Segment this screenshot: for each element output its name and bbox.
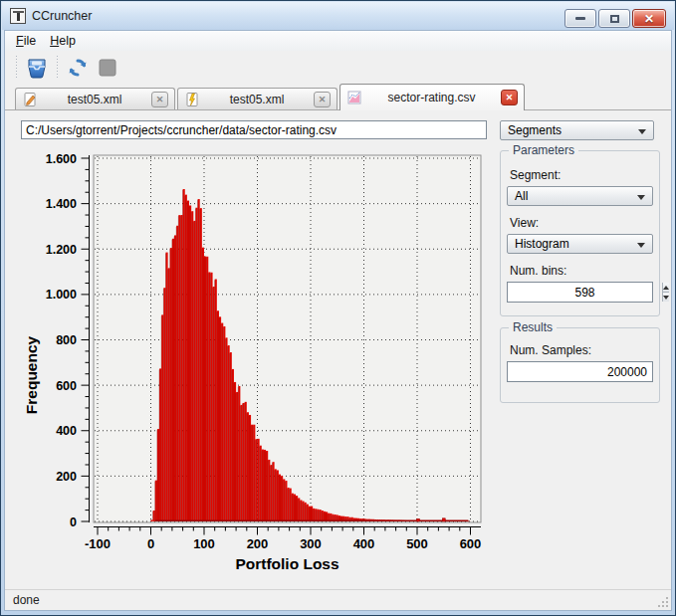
resize-grip[interactable] bbox=[657, 596, 669, 608]
num-bins-label: Num. bins: bbox=[510, 264, 566, 278]
minimize-icon bbox=[575, 17, 585, 20]
x-axis-title: Portfolio Loss bbox=[235, 555, 338, 572]
app-icon bbox=[10, 8, 26, 24]
tab-content-pane: Segments Parameters Segment: All View: H… bbox=[5, 110, 671, 591]
spin-down-icon[interactable] bbox=[663, 293, 669, 302]
plot-canvas bbox=[94, 155, 481, 522]
svg-text:1.400: 1.400 bbox=[46, 197, 77, 211]
chevron-down-icon bbox=[638, 129, 646, 134]
toolbar-separator bbox=[56, 56, 59, 80]
file-path-input[interactable] bbox=[21, 120, 487, 139]
chevron-down-icon bbox=[637, 243, 645, 248]
outlier-bar bbox=[417, 518, 420, 521]
view-mode-value: Segments bbox=[508, 123, 562, 137]
num-bins-spinner[interactable] bbox=[507, 282, 653, 303]
num-samples-field bbox=[507, 361, 653, 382]
tab-sector-rating-csv[interactable]: sector-rating.csv ✕ bbox=[339, 84, 525, 110]
maximize-icon bbox=[610, 15, 619, 23]
histogram-chart[interactable]: 02004006008001.0001.2001.4001.600-100010… bbox=[21, 148, 489, 583]
y-tick-labels: 02004006008001.0001.2001.4001.600 bbox=[46, 152, 77, 529]
svg-text:1.200: 1.200 bbox=[46, 243, 77, 257]
menu-bar: File Help bbox=[5, 31, 671, 51]
segment-combobox[interactable]: All bbox=[507, 186, 653, 206]
save-button[interactable] bbox=[22, 54, 52, 82]
segment-label: Segment: bbox=[510, 168, 561, 182]
app-client-area: File Help bbox=[4, 30, 672, 611]
menu-help[interactable]: Help bbox=[43, 32, 83, 50]
save-icon bbox=[25, 56, 49, 80]
title-bar[interactable]: CCruncher ✕ bbox=[2, 2, 674, 30]
svg-text:600: 600 bbox=[56, 379, 77, 393]
status-text: done bbox=[13, 593, 40, 607]
svg-text:-100: -100 bbox=[85, 536, 111, 551]
tab-label: sector-rating.csv bbox=[362, 91, 501, 104]
view-combobox[interactable]: Histogram bbox=[507, 234, 653, 254]
tab-bar: test05.xml ✕ test05.xml ✕ sector-rating.… bbox=[5, 84, 671, 110]
close-icon: ✕ bbox=[644, 12, 654, 26]
svg-text:600: 600 bbox=[460, 536, 482, 551]
results-group-title: Results bbox=[509, 320, 557, 334]
close-button[interactable]: ✕ bbox=[632, 9, 666, 28]
svg-text:100: 100 bbox=[193, 536, 215, 551]
svg-text:400: 400 bbox=[353, 536, 375, 551]
tab-test05-xml-editor[interactable]: test05.xml ✕ bbox=[15, 88, 175, 110]
window-title: CCruncher bbox=[32, 9, 92, 23]
outlier-bar bbox=[442, 518, 445, 521]
num-samples-label: Num. Samples: bbox=[510, 343, 591, 357]
status-bar: done bbox=[5, 589, 671, 610]
chart-svg: 02004006008001.0001.2001.4001.600-100010… bbox=[21, 148, 489, 583]
tab-test05-xml-run[interactable]: test05.xml ✕ bbox=[177, 88, 338, 110]
segment-value: All bbox=[515, 189, 528, 203]
stop-button[interactable] bbox=[93, 54, 122, 82]
minimize-button[interactable] bbox=[564, 9, 596, 28]
view-label: View: bbox=[510, 216, 539, 230]
tab-close-icon[interactable]: ✕ bbox=[501, 90, 518, 105]
tab-close-icon[interactable]: ✕ bbox=[314, 92, 331, 107]
document-run-icon bbox=[184, 92, 200, 107]
chevron-down-icon bbox=[637, 195, 645, 200]
maximize-button[interactable] bbox=[598, 9, 630, 28]
refresh-icon bbox=[66, 56, 90, 80]
toolbar-separator bbox=[15, 56, 18, 80]
document-edit-icon bbox=[22, 92, 38, 107]
refresh-button[interactable] bbox=[63, 54, 93, 82]
tab-close-icon[interactable]: ✕ bbox=[151, 92, 168, 107]
svg-text:400: 400 bbox=[56, 424, 77, 438]
svg-text:1.000: 1.000 bbox=[46, 288, 77, 302]
view-value: Histogram bbox=[515, 237, 569, 251]
svg-text:800: 800 bbox=[56, 333, 77, 347]
svg-text:500: 500 bbox=[406, 536, 428, 551]
svg-text:300: 300 bbox=[300, 536, 322, 551]
view-mode-combobox[interactable]: Segments bbox=[500, 120, 654, 140]
y-axis-title: Frequency bbox=[23, 335, 40, 414]
parameters-group-title: Parameters bbox=[509, 143, 578, 157]
spin-up-icon[interactable] bbox=[663, 283, 669, 293]
tab-label: test05.xml bbox=[38, 93, 151, 106]
svg-text:200: 200 bbox=[56, 470, 77, 484]
tab-label: test05.xml bbox=[200, 93, 314, 106]
svg-text:1.600: 1.600 bbox=[46, 152, 77, 166]
chart-icon bbox=[346, 90, 362, 105]
num-bins-input[interactable] bbox=[508, 283, 662, 302]
menu-file[interactable]: File bbox=[9, 32, 43, 50]
app-window: CCruncher ✕ File Help bbox=[0, 0, 676, 616]
spinner-buttons[interactable] bbox=[662, 283, 669, 302]
toolbar bbox=[5, 51, 671, 84]
svg-text:0: 0 bbox=[147, 536, 154, 551]
stop-icon bbox=[99, 59, 116, 77]
svg-text:200: 200 bbox=[247, 536, 269, 551]
svg-text:0: 0 bbox=[70, 515, 77, 529]
x-tick-labels: -1000100200300400500600 bbox=[85, 536, 481, 551]
